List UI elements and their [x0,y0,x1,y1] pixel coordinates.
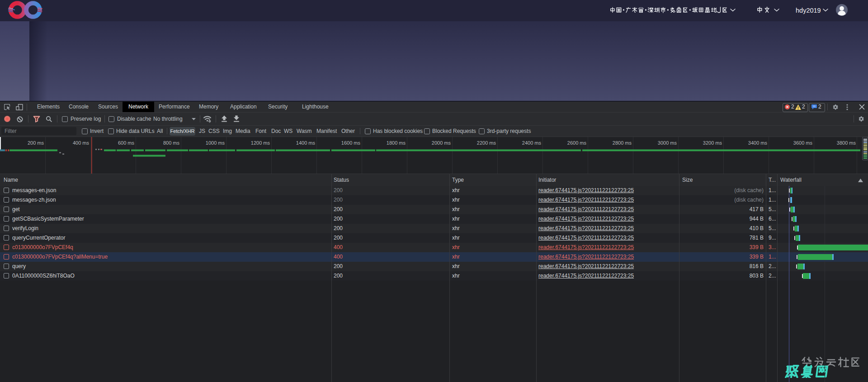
svg-text:1800 ms: 1800 ms [387,140,406,146]
svg-text:600 ms: 600 ms [118,140,135,146]
svg-text:1400 ms: 1400 ms [296,140,316,146]
svg-text:1200 ms: 1200 ms [251,140,270,146]
svg-text:2600 ms: 2600 ms [567,140,587,146]
svg-text:2200 ms: 2200 ms [477,140,496,146]
svg-text:1000 ms: 1000 ms [206,140,225,146]
svg-text:3600 ms: 3600 ms [793,140,813,146]
svg-text:3800 ms: 3800 ms [837,140,856,146]
svg-text:3200 ms: 3200 ms [703,140,722,146]
svg-text:2400 ms: 2400 ms [522,140,542,146]
svg-text:3400 ms: 3400 ms [748,140,768,146]
svg-text:3000 ms: 3000 ms [658,140,677,146]
svg-text:800 ms: 800 ms [163,140,180,146]
svg-text:400 ms: 400 ms [73,140,90,146]
svg-text:2000 ms: 2000 ms [432,140,451,146]
svg-text:2800 ms: 2800 ms [613,140,632,146]
svg-text:1600 ms: 1600 ms [341,140,361,146]
svg-text:200 ms: 200 ms [28,140,44,146]
